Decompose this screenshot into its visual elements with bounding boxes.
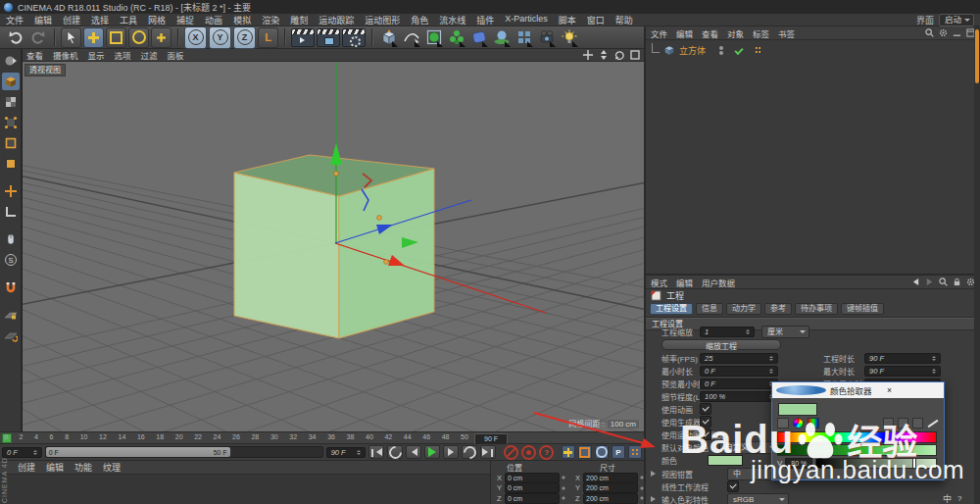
attribute-tab[interactable]: 键帧插值 xyxy=(841,303,884,315)
search-icon[interactable] xyxy=(939,277,948,286)
spinner[interactable] xyxy=(356,448,363,457)
magnet-snap-button[interactable] xyxy=(2,278,20,296)
key-position-toggle[interactable] xyxy=(562,445,575,459)
menu-item[interactable]: 捕捉 xyxy=(176,14,194,26)
spinner[interactable] xyxy=(562,474,567,481)
menu-item[interactable]: 帮助 xyxy=(615,14,633,26)
viewport-menu-item[interactable]: 显示 xyxy=(88,49,105,61)
visibility-dots[interactable] xyxy=(719,46,723,55)
model-mode-button[interactable] xyxy=(2,73,20,90)
axis-handle-dot[interactable] xyxy=(384,260,389,265)
menu-item[interactable]: 创建 xyxy=(63,14,80,26)
saturation-bar[interactable] xyxy=(777,444,937,456)
render-picture-viewer-button[interactable] xyxy=(317,28,340,47)
object-color-swatch[interactable] xyxy=(708,455,743,466)
key-parameter-toggle[interactable]: P xyxy=(612,445,625,459)
position-input[interactable]: 0 cm xyxy=(505,493,560,504)
spinner[interactable] xyxy=(931,367,938,376)
setting-input[interactable]: 0 F xyxy=(700,378,778,389)
texture-mode-button[interactable] xyxy=(2,93,20,111)
size-input[interactable]: 200 cm xyxy=(583,473,638,483)
swatches-mode-icon[interactable] xyxy=(777,418,789,428)
viewport-menu-item[interactable]: 选项 xyxy=(115,49,131,61)
dialog-title-bar[interactable]: 颜色拾取器 × xyxy=(772,382,944,398)
lock-z-axis-button[interactable]: Z xyxy=(233,26,256,49)
spinner[interactable] xyxy=(562,484,567,492)
menu-item[interactable]: 窗口 xyxy=(587,14,605,26)
menu-item[interactable]: 模拟 xyxy=(233,14,251,26)
attribute-tab[interactable]: 动力学 xyxy=(726,303,761,315)
move-tool-button[interactable] xyxy=(83,27,104,48)
linear-workflow-checkbox[interactable] xyxy=(727,480,739,492)
viewport-menu-item[interactable]: 摄像机 xyxy=(53,49,78,61)
object-manager-menu-item[interactable]: 标签 xyxy=(753,27,769,39)
go-to-end-button[interactable] xyxy=(480,445,496,459)
gear-icon[interactable] xyxy=(939,28,948,37)
checkbox[interactable] xyxy=(700,416,711,428)
key-scale-toggle[interactable] xyxy=(578,445,592,459)
toggle-view-icon[interactable] xyxy=(630,50,640,60)
power-slider[interactable]: 0 F 50 F xyxy=(45,446,323,458)
axis-handle-dot[interactable] xyxy=(334,172,339,176)
menu-item[interactable]: 雕刻 xyxy=(290,14,308,26)
preview-range[interactable]: 0 F 50 F xyxy=(46,447,230,457)
scale-tool-button[interactable] xyxy=(106,27,126,48)
object-manager-menu-item[interactable]: 编辑 xyxy=(676,27,693,39)
spinner[interactable] xyxy=(745,328,752,336)
viewport-solo-button[interactable] xyxy=(2,230,20,248)
edges-mode-button[interactable] xyxy=(2,134,20,152)
points-mode-button[interactable] xyxy=(2,114,20,131)
play-backwards-loop-button[interactable] xyxy=(387,445,403,459)
menu-item[interactable]: 运动图形 xyxy=(365,14,400,26)
setting-input[interactable]: 25 xyxy=(700,353,778,364)
spinner[interactable] xyxy=(768,354,775,363)
menu-item[interactable]: 网格 xyxy=(148,14,166,26)
axis-mode-button[interactable] xyxy=(2,182,20,200)
panel-scrollbar[interactable] xyxy=(974,26,980,504)
slider-handle[interactable] xyxy=(912,458,916,469)
material-menu-item[interactable]: 功能 xyxy=(74,461,92,474)
enabled-check-icon[interactable] xyxy=(734,45,743,54)
object-manager-menu-item[interactable]: 对象 xyxy=(727,27,744,39)
expander-icon[interactable] xyxy=(651,496,659,502)
search-icon[interactable] xyxy=(925,28,934,37)
object-name[interactable]: 立方体 xyxy=(679,44,706,57)
rgb-mode-button[interactable] xyxy=(883,418,894,428)
render-settings-button[interactable] xyxy=(342,28,366,47)
viewport-menu-item[interactable]: 面板 xyxy=(168,49,184,61)
viewport-canvas[interactable] xyxy=(23,62,644,431)
position-input[interactable]: 0 cm xyxy=(505,473,560,483)
ime-language-indicator[interactable]: 中 xyxy=(943,492,952,504)
camera-button[interactable] xyxy=(536,27,557,48)
attribute-tab[interactable]: 参考 xyxy=(764,303,792,315)
checkbox[interactable] xyxy=(700,428,711,440)
menu-item[interactable]: 编辑 xyxy=(34,14,52,26)
material-menu-item[interactable]: 创建 xyxy=(18,461,35,474)
hue-spectrum-bar[interactable] xyxy=(777,431,937,443)
coordinate-system-button[interactable]: L xyxy=(258,27,278,48)
spinner[interactable] xyxy=(562,494,567,502)
workplane-mode-button[interactable] xyxy=(2,203,20,221)
viewport-menu-item[interactable]: 过滤 xyxy=(141,49,158,61)
attribute-menu-item[interactable]: 用户数据 xyxy=(702,277,735,288)
attribute-tab[interactable]: 信息 xyxy=(696,303,723,315)
scale-unit-select[interactable]: 厘米 xyxy=(761,326,809,338)
go-to-start-button[interactable] xyxy=(368,445,384,459)
menu-item[interactable]: 运动跟踪 xyxy=(318,14,354,26)
render-view-button[interactable] xyxy=(291,28,315,47)
redo-button[interactable] xyxy=(27,27,48,48)
attribute-menu-item[interactable]: 模式 xyxy=(651,277,667,288)
menu-item[interactable]: 工具 xyxy=(120,14,137,26)
cube-primitive-button[interactable] xyxy=(378,27,399,48)
play-button[interactable] xyxy=(424,445,440,459)
lock-icon[interactable] xyxy=(953,277,961,286)
loop-playback-button[interactable] xyxy=(462,445,477,459)
attribute-menu-item[interactable]: 编辑 xyxy=(676,277,693,288)
light-button[interactable] xyxy=(559,27,579,48)
keyframe-selection-button[interactable]: ? xyxy=(539,445,554,460)
key-pla-toggle[interactable] xyxy=(628,445,642,459)
menu-item[interactable]: 文件 xyxy=(6,14,24,26)
axis-handle-dot[interactable] xyxy=(377,216,382,221)
setting-input[interactable]: 90 F xyxy=(864,366,941,377)
lock-x-axis-button[interactable]: X xyxy=(184,26,207,49)
